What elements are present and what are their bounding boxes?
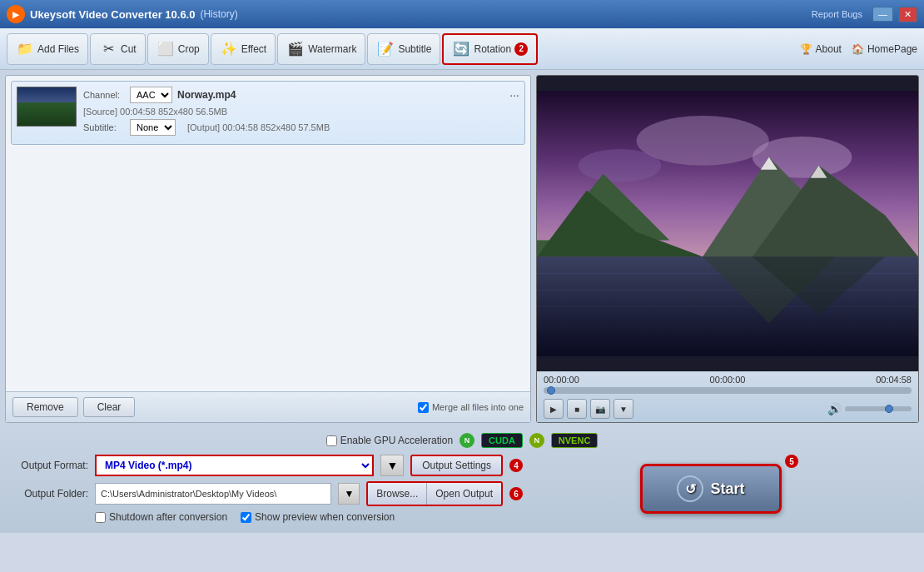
crop-label: Crop bbox=[178, 43, 200, 55]
app-logo: ▶ bbox=[7, 5, 25, 23]
app-title: Ukeysoft Video Converter 10.6.0 bbox=[30, 8, 195, 21]
rotation-icon: 🔄 bbox=[452, 40, 470, 58]
options-row: Shutdown after conversion Show preview w… bbox=[13, 511, 523, 523]
svg-point-3 bbox=[579, 149, 662, 182]
toolbar-left: 📁 Add Files ✂ Cut ⬜ Crop ✨ Effect 🎬 Wate… bbox=[7, 33, 538, 65]
start-label: Start bbox=[710, 480, 744, 498]
watermark-button[interactable]: 🎬 Watermark bbox=[277, 33, 365, 65]
toolbar-right: 🏆 About 🏠 HomePage bbox=[800, 43, 917, 55]
file-name-area: Norway.mp4 bbox=[177, 89, 504, 101]
browse-button[interactable]: Browse... bbox=[368, 483, 427, 505]
add-files-icon: 📁 bbox=[16, 40, 34, 58]
subtitle-button[interactable]: 📝 Subtitle bbox=[367, 33, 440, 65]
nvidia-logo: N bbox=[460, 433, 474, 448]
close-button[interactable]: ✕ bbox=[898, 7, 917, 22]
file-thumbnail bbox=[17, 87, 77, 127]
volume-control: 🔊 bbox=[827, 402, 912, 415]
volume-slider[interactable] bbox=[845, 406, 912, 411]
homepage-label: HomePage bbox=[867, 43, 917, 55]
output-folder-input[interactable] bbox=[95, 483, 331, 505]
gpu-checkbox-input[interactable] bbox=[326, 435, 337, 446]
add-files-button[interactable]: 📁 Add Files bbox=[7, 33, 88, 65]
about-label: About bbox=[816, 43, 842, 55]
shutdown-checkbox-label[interactable]: Shutdown after conversion bbox=[95, 511, 227, 523]
file-info: Channel: AAC Norway.mp4 ··· [Source] 00:… bbox=[83, 87, 519, 139]
nvidia-logo-2: N bbox=[529, 433, 544, 448]
file-list: Channel: AAC Norway.mp4 ··· [Source] 00:… bbox=[6, 76, 530, 391]
list-item: Channel: AAC Norway.mp4 ··· [Source] 00:… bbox=[11, 81, 525, 145]
output-settings-button[interactable]: Output Settings bbox=[410, 455, 503, 476]
output-format-select[interactable]: MP4 Video (*.mp4) bbox=[95, 455, 374, 476]
homepage-link[interactable]: 🏠 HomePage bbox=[852, 43, 917, 55]
subtitle-icon: 📝 bbox=[376, 40, 395, 58]
effect-button[interactable]: ✨ Effect bbox=[211, 33, 276, 65]
nvenc-badge: NVENC bbox=[551, 433, 599, 448]
merge-checkbox-input[interactable] bbox=[418, 402, 429, 413]
clear-button[interactable]: Clear bbox=[83, 397, 136, 417]
output-format-row: Output Format: MP4 Video (*.mp4) ▼ Outpu… bbox=[13, 455, 523, 476]
gpu-row: Enable GPU Acceleration N CUDA N NVENC bbox=[8, 433, 916, 448]
time-mid: 00:00:00 bbox=[710, 375, 746, 385]
start-icon: ↺ bbox=[677, 475, 703, 502]
screenshot-button[interactable]: 📷 bbox=[590, 399, 610, 419]
crop-button[interactable]: ⬜ Crop bbox=[147, 33, 209, 65]
shutdown-label: Shutdown after conversion bbox=[109, 511, 227, 523]
settings-badge: 4 bbox=[509, 459, 523, 472]
shutdown-checkbox[interactable] bbox=[95, 512, 106, 523]
rotation-badge: 2 bbox=[514, 42, 528, 56]
title-bar: ▶ Ukeysoft Video Converter 10.6.0 (Histo… bbox=[0, 0, 924, 28]
play-button[interactable]: ▶ bbox=[544, 399, 564, 419]
homepage-icon: 🏠 bbox=[852, 43, 864, 55]
output-settings-label: Output Settings bbox=[422, 460, 491, 471]
output-folder-row: Output Folder: ▼ Browse... Open Output 6 bbox=[13, 481, 523, 506]
screenshot-dropdown[interactable]: ▼ bbox=[614, 399, 633, 419]
minimize-button[interactable]: — bbox=[872, 7, 893, 22]
effect-icon: ✨ bbox=[220, 40, 238, 58]
remove-button[interactable]: Remove bbox=[12, 397, 78, 417]
cut-button[interactable]: ✂ Cut bbox=[90, 33, 146, 65]
output-format-dropdown[interactable]: ▼ bbox=[380, 455, 404, 476]
file-name: Norway.mp4 bbox=[177, 89, 504, 101]
app-history: (History) bbox=[200, 8, 237, 20]
time-end: 00:04:58 bbox=[876, 375, 912, 385]
subtitle-label: Subtitle bbox=[398, 43, 431, 55]
about-icon: 🏆 bbox=[800, 43, 812, 55]
rotation-label: Rotation bbox=[474, 43, 511, 55]
preview-checkbox[interactable] bbox=[241, 512, 251, 523]
right-panel: 00:00:00 00:00:00 00:04:58 ▶ ■ 📷 ▼ 🔊 bbox=[536, 75, 919, 423]
start-button[interactable]: ↺ Start bbox=[640, 464, 782, 514]
output-info: [Output] 00:04:58 852x480 57.5MB bbox=[187, 122, 330, 132]
cut-icon: ✂ bbox=[99, 40, 117, 58]
folder-dropdown-button[interactable]: ▼ bbox=[338, 483, 360, 505]
channel-label: Channel: bbox=[83, 90, 125, 100]
title-bar-left: ▶ Ukeysoft Video Converter 10.6.0 (Histo… bbox=[7, 5, 238, 23]
file-menu-dots[interactable]: ··· bbox=[509, 88, 519, 102]
video-preview bbox=[537, 76, 918, 371]
main-content: Channel: AAC Norway.mp4 ··· [Source] 00:… bbox=[0, 70, 924, 428]
watermark-icon: 🎬 bbox=[286, 40, 305, 58]
open-output-button[interactable]: Open Output bbox=[427, 483, 501, 505]
progress-bar[interactable] bbox=[544, 387, 912, 394]
folder-badge: 6 bbox=[509, 487, 523, 500]
video-frame bbox=[537, 76, 918, 371]
report-bugs-link[interactable]: Report Bugs bbox=[807, 7, 867, 21]
volume-handle[interactable] bbox=[885, 405, 893, 413]
cut-label: Cut bbox=[121, 43, 137, 55]
left-panel: Channel: AAC Norway.mp4 ··· [Source] 00:… bbox=[5, 75, 531, 423]
merge-label: Merge all files into one bbox=[432, 402, 524, 412]
channel-select[interactable]: AAC bbox=[130, 87, 172, 103]
rotation-button[interactable]: 🔄 Rotation 2 bbox=[442, 33, 538, 65]
gpu-label: Enable GPU Acceleration bbox=[340, 435, 453, 446]
source-info: [Source] 00:04:58 852x480 56.5MB bbox=[83, 107, 519, 117]
title-bar-right: Report Bugs — ✕ bbox=[807, 7, 917, 22]
subtitle-select[interactable]: None bbox=[130, 119, 176, 136]
output-folder-label: Output Folder: bbox=[13, 488, 88, 500]
gpu-checkbox-row: Enable GPU Acceleration bbox=[326, 435, 453, 446]
progress-handle[interactable] bbox=[547, 386, 555, 395]
about-link[interactable]: 🏆 About bbox=[800, 43, 842, 55]
start-badge: 5 bbox=[785, 455, 798, 468]
preview-checkbox-label[interactable]: Show preview when conversion bbox=[241, 511, 395, 523]
stop-button[interactable]: ■ bbox=[567, 399, 587, 419]
toolbar: 📁 Add Files ✂ Cut ⬜ Crop ✨ Effect 🎬 Wate… bbox=[0, 28, 924, 70]
file-actions-bar: Remove Clear Merge all files into one bbox=[6, 391, 530, 422]
